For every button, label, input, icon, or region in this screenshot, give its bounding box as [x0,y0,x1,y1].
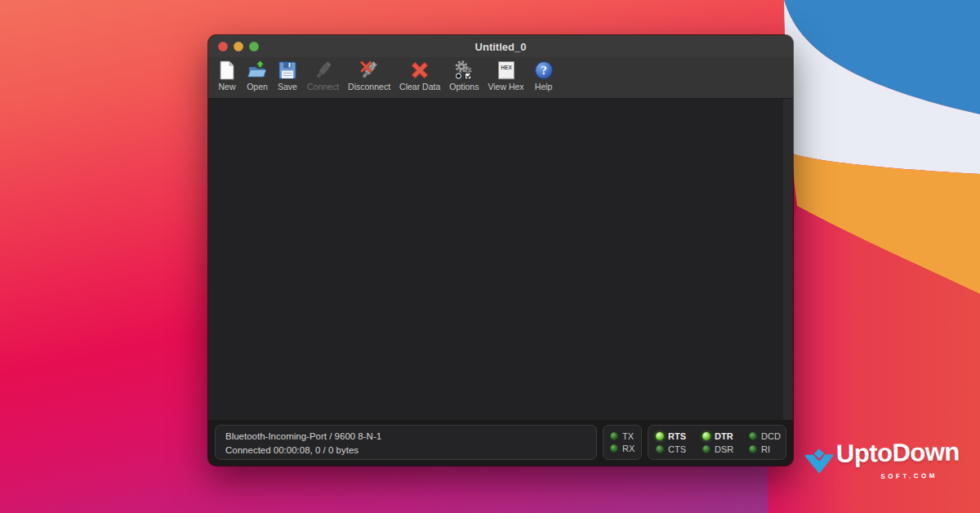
cts-led-icon [656,445,664,453]
tx-led-icon [610,432,618,440]
brand-subtext: SOFT.COM [880,462,938,491]
uptodown-brand-text: UptoDown SOFT.COM [836,438,960,468]
txrx-panel: TX RX [603,425,642,460]
cts-label: CTS [668,444,686,454]
view-hex-icon: HEX [496,60,517,81]
clear-data-x-icon [409,60,430,81]
svg-text:HEX: HEX [501,65,512,70]
open-button[interactable]: Open [247,60,268,91]
ri-label: RI [761,444,770,454]
tx-indicator: TX [610,431,641,441]
options-gears-icon [453,60,474,81]
signal-panel: RTS DTR DCD CTS DSR RI [648,425,786,460]
help-icon: ? [533,60,555,81]
disconnect-button[interactable]: Disconnect [348,60,390,91]
connection-info-text: Connected 00:00:08, 0 / 0 bytes [225,444,596,457]
toolbar-label: Open [247,82,268,91]
dcd-led-icon [749,432,757,440]
cts-indicator: CTS [656,443,702,456]
window-title: Untitled_0 [208,40,793,52]
rts-indicator[interactable]: RTS [656,430,702,443]
dtr-led-icon [702,432,710,440]
titlebar[interactable]: Untitled_0 [208,35,793,57]
dsr-led-icon [702,445,710,453]
uptodown-logo-icon [804,447,835,475]
rts-label: RTS [668,431,686,441]
usb-disconnect-icon [359,60,380,81]
toolbar: New Open [208,57,793,99]
dtr-indicator[interactable]: DTR [702,430,749,443]
toolbar-label: Disconnect [348,82,390,91]
terminal-display[interactable] [208,99,793,420]
usb-connect-icon [313,60,334,81]
open-folder-icon [247,60,268,81]
dcd-label: DCD [761,431,781,441]
toolbar-label: View Hex [488,82,523,91]
connect-button[interactable]: Connect [307,60,339,91]
save-floppy-icon [277,60,298,81]
toolbar-label: New [218,82,235,91]
dsr-indicator: DSR [702,443,749,456]
toolbar-label: Clear Data [399,82,440,91]
connection-status-panel: Bluetooth-Incoming-Port / 9600 8-N-1 Con… [215,425,597,460]
tx-label: TX [622,431,634,441]
ri-indicator: RI [749,443,786,456]
dtr-label: DTR [715,431,733,441]
port-settings-text: Bluetooth-Incoming-Port / 9600 8-N-1 [225,430,596,444]
clear-data-button[interactable]: Clear Data [399,60,440,91]
dcd-indicator: DCD [749,430,786,443]
status-bar: Bluetooth-Incoming-Port / 9600 8-N-1 Con… [208,420,793,466]
help-button[interactable]: ? Help [533,60,555,91]
toolbar-label: Help [535,82,553,91]
new-document-icon [216,60,238,81]
save-button[interactable]: Save [277,60,298,91]
rx-indicator: RX [610,444,641,453]
scrollbar-track[interactable] [783,99,793,420]
view-hex-button[interactable]: HEX View Hex [488,60,523,91]
toolbar-label: Options [449,82,479,91]
rx-led-icon [610,444,618,453]
uptodown-watermark: UptoDown SOFT.COM [804,438,960,475]
wallpaper-waves [768,0,980,513]
toolbar-label: Save [278,82,297,91]
new-button[interactable]: New [216,60,238,91]
svg-text:?: ? [541,64,546,77]
options-button[interactable]: Options [449,60,479,91]
rts-led-icon [656,432,664,440]
dsr-label: DSR [715,444,733,454]
toolbar-label: Connect [307,82,339,91]
rx-label: RX [622,444,635,453]
coolterm-window: Untitled_0 New Open [208,35,793,466]
ri-led-icon [749,445,757,453]
